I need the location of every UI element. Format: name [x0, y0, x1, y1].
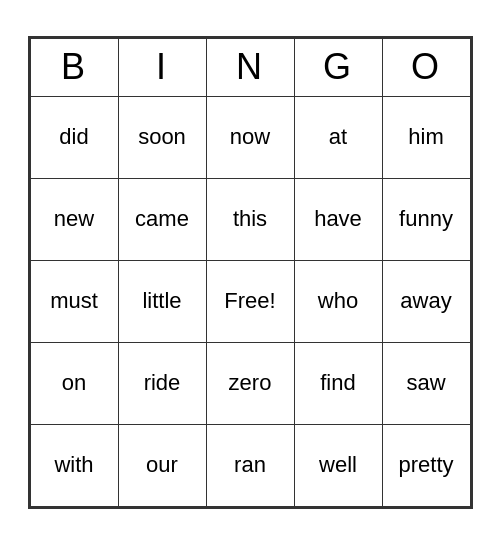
table-cell: have	[294, 178, 382, 260]
table-cell: at	[294, 96, 382, 178]
header-b: B	[30, 38, 118, 96]
table-row: newcamethishavefunny	[30, 178, 470, 260]
table-cell: did	[30, 96, 118, 178]
header-o: O	[382, 38, 470, 96]
table-cell: ran	[206, 424, 294, 506]
table-cell: funny	[382, 178, 470, 260]
table-row: didsoonnowathim	[30, 96, 470, 178]
table-cell: must	[30, 260, 118, 342]
table-cell: new	[30, 178, 118, 260]
table-cell: came	[118, 178, 206, 260]
table-row: mustlittleFree!whoaway	[30, 260, 470, 342]
table-cell: find	[294, 342, 382, 424]
table-cell: well	[294, 424, 382, 506]
table-row: onridezerofindsaw	[30, 342, 470, 424]
table-cell: on	[30, 342, 118, 424]
table-cell: ride	[118, 342, 206, 424]
bingo-card: B I N G O didsoonnowathimnewcamethishave…	[28, 36, 473, 509]
table-cell: him	[382, 96, 470, 178]
header-row: B I N G O	[30, 38, 470, 96]
table-cell: who	[294, 260, 382, 342]
bingo-body: didsoonnowathimnewcamethishavefunnymustl…	[30, 96, 470, 506]
table-cell: soon	[118, 96, 206, 178]
table-cell: Free!	[206, 260, 294, 342]
table-cell: zero	[206, 342, 294, 424]
table-cell: now	[206, 96, 294, 178]
header-g: G	[294, 38, 382, 96]
header-n: N	[206, 38, 294, 96]
table-cell: little	[118, 260, 206, 342]
table-cell: with	[30, 424, 118, 506]
table-cell: saw	[382, 342, 470, 424]
table-row: withourranwellpretty	[30, 424, 470, 506]
bingo-table: B I N G O didsoonnowathimnewcamethishave…	[30, 38, 471, 507]
table-cell: pretty	[382, 424, 470, 506]
table-cell: our	[118, 424, 206, 506]
table-cell: away	[382, 260, 470, 342]
table-cell: this	[206, 178, 294, 260]
header-i: I	[118, 38, 206, 96]
